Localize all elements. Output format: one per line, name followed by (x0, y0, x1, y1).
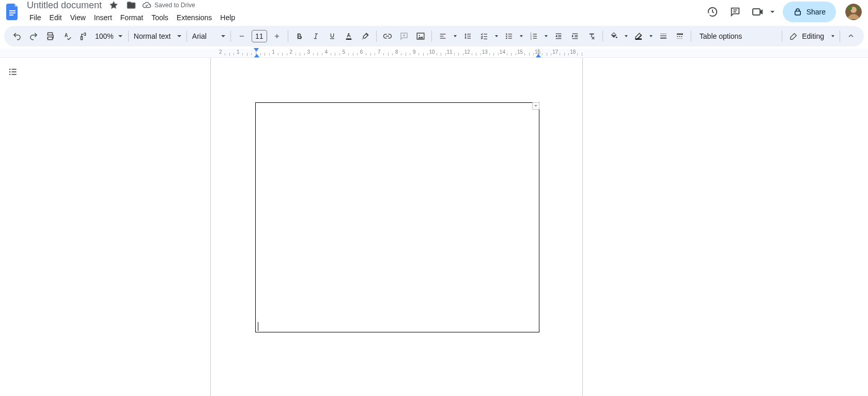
border-dash-button[interactable] (672, 28, 688, 44)
zoom-value: 100% (95, 32, 114, 40)
menu-insert[interactable]: Insert (90, 12, 116, 23)
ruler-label: 1 (272, 49, 275, 55)
first-line-indent-icon[interactable] (254, 48, 259, 52)
move-icon[interactable] (125, 0, 138, 12)
menu-tools[interactable]: Tools (148, 12, 172, 23)
svg-point-62 (9, 69, 11, 70)
svg-text:3: 3 (530, 38, 532, 40)
font-size-decrease-button[interactable] (234, 28, 250, 44)
meet-icon[interactable] (748, 2, 768, 22)
clear-formatting-button[interactable] (584, 28, 599, 44)
ruler-tick (542, 53, 542, 55)
meet-caret-icon[interactable] (769, 2, 776, 22)
border-width-button[interactable] (656, 28, 671, 44)
table-handle-icon[interactable] (532, 102, 539, 110)
ruler-tick (234, 53, 234, 55)
history-icon[interactable] (702, 2, 723, 22)
text-color-button[interactable] (341, 28, 357, 44)
menu-extensions[interactable]: Extensions (173, 12, 215, 23)
underline-button[interactable] (324, 28, 340, 44)
zoom-select[interactable]: 100% (92, 32, 125, 40)
ruler-tick (524, 53, 525, 55)
comments-icon[interactable] (725, 2, 746, 22)
font-select[interactable]: Arial (190, 32, 227, 40)
ruler-tick (313, 53, 314, 55)
table-options-button[interactable]: Table options (694, 32, 748, 40)
bulleted-caret-icon[interactable] (518, 35, 525, 37)
separator (782, 31, 782, 42)
docs-logo[interactable] (6, 3, 20, 21)
ruler-label: 18 (570, 49, 576, 55)
ruler-tick (458, 53, 459, 56)
menu-edit[interactable]: Edit (46, 12, 66, 23)
editing-mode-select[interactable]: Editing (785, 32, 828, 40)
mode-caret-icon[interactable] (829, 35, 836, 37)
svg-rect-11 (48, 37, 53, 40)
svg-rect-0 (9, 10, 16, 11)
indent-decrease-button[interactable] (551, 28, 566, 44)
ruler-tick (445, 53, 446, 55)
redo-button[interactable] (26, 28, 41, 44)
ruler-tick (370, 53, 371, 56)
fill-color-button[interactable] (606, 28, 622, 44)
collapse-toolbar-button[interactable] (843, 28, 859, 44)
separator (376, 31, 377, 42)
bulleted-list-button[interactable] (501, 28, 517, 44)
menubar: File Edit View Insert Format Tools Exten… (26, 11, 239, 24)
ruler-label: 1 (237, 49, 240, 55)
star-icon[interactable] (107, 0, 120, 12)
numbered-list-button[interactable]: 123 (526, 28, 541, 44)
line-spacing-button[interactable] (460, 28, 475, 44)
add-comment-button[interactable] (396, 28, 412, 44)
svg-rect-57 (660, 36, 667, 36)
share-label: Share (807, 8, 826, 16)
print-button[interactable] (42, 28, 58, 44)
menu-format[interactable]: Format (117, 12, 147, 23)
align-caret-icon[interactable] (452, 35, 459, 37)
checklist-button[interactable] (476, 28, 492, 44)
svg-rect-2 (9, 14, 13, 16)
separator (128, 31, 129, 42)
separator (187, 31, 187, 42)
doc-title[interactable]: Untitled document (26, 0, 103, 11)
page[interactable] (210, 58, 583, 396)
toolbar: 100% Normal text Arial (4, 26, 864, 47)
border-color-button[interactable] (631, 28, 646, 44)
fill-caret-icon[interactable] (623, 35, 630, 37)
border-color-caret-icon[interactable] (647, 35, 655, 37)
share-button[interactable]: Share (783, 2, 836, 22)
left-indent-icon[interactable] (254, 52, 259, 57)
ruler-tick (322, 53, 322, 55)
insert-image-button[interactable] (413, 28, 428, 44)
font-size-input[interactable] (252, 30, 267, 42)
document-area[interactable] (26, 58, 868, 396)
insert-link-button[interactable] (380, 28, 395, 44)
ruler-tick (498, 53, 499, 55)
svg-rect-55 (636, 39, 642, 40)
numbered-caret-icon[interactable] (542, 35, 550, 37)
indent-increase-button[interactable] (567, 28, 583, 44)
save-status[interactable]: Saved to Drive (142, 1, 195, 10)
table-cell[interactable] (255, 102, 539, 332)
ruler-label: 10 (429, 49, 435, 55)
separator (602, 31, 603, 42)
ruler[interactable]: 21123456789101112131415161718 (0, 49, 868, 58)
undo-button[interactable] (9, 28, 25, 44)
italic-button[interactable] (308, 28, 323, 44)
font-size-increase-button[interactable] (269, 28, 285, 44)
paragraph-style-select[interactable]: Normal text (132, 32, 183, 40)
separator (230, 31, 231, 42)
ruler-tick (392, 53, 393, 55)
checklist-caret-icon[interactable] (493, 35, 500, 37)
menu-help[interactable]: Help (216, 12, 239, 23)
align-button[interactable] (435, 28, 451, 44)
ruler-tick (383, 53, 384, 55)
paint-format-button[interactable] (75, 28, 91, 44)
outline-toggle-button[interactable] (5, 64, 21, 80)
spellcheck-button[interactable] (59, 28, 74, 44)
menu-file[interactable]: File (26, 12, 45, 23)
highlight-color-button[interactable] (358, 28, 373, 44)
menu-view[interactable]: View (67, 12, 89, 23)
avatar[interactable] (845, 4, 862, 20)
bold-button[interactable] (291, 28, 307, 44)
